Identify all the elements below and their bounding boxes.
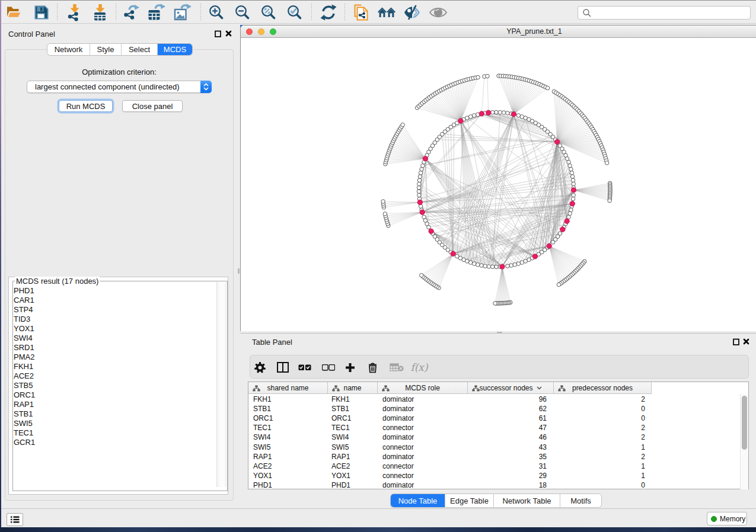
table-row[interactable]: STB1STB1dominator620 — [248, 404, 652, 414]
close-panel-icon[interactable] — [743, 338, 749, 345]
zoom-fit-icon — [260, 4, 277, 21]
vertical-splitter-handle[interactable] — [238, 268, 240, 274]
table-row[interactable]: TEC1TEC1connector472 — [248, 423, 652, 432]
table-row[interactable]: ACE2ACE2connector311 — [248, 462, 652, 471]
run-mcds-button[interactable]: Run MCDS — [59, 100, 113, 112]
delete-row-button[interactable] — [365, 355, 380, 379]
optimization-criterion-label: Optimization criterion: — [1, 68, 237, 76]
chevron-down-icon — [203, 87, 209, 91]
table-row[interactable]: RAP1RAP1dominator352 — [248, 452, 652, 462]
eye-slash-icon — [403, 5, 421, 20]
show-panel-button[interactable] — [429, 1, 448, 24]
mcds-result-item[interactable]: ORC1 — [14, 390, 213, 400]
mcds-result-item[interactable]: TEC1 — [14, 428, 213, 438]
wallpaper-bottom-edge — [0, 527, 756, 532]
add-row-button[interactable] — [343, 355, 358, 379]
mcds-result-item[interactable]: ACE2 — [14, 371, 213, 381]
import-table-button[interactable] — [91, 1, 110, 24]
close-panel-icon[interactable] — [225, 30, 232, 37]
refresh-button[interactable] — [319, 1, 338, 24]
refresh-icon — [320, 4, 337, 21]
memory-button[interactable]: Memory — [707, 512, 747, 525]
column-header[interactable]: MCDS role — [378, 382, 468, 394]
mcds-result-box: MCDS result (17 nodes) PHD1CAR1STP4TID3Y… — [8, 277, 228, 495]
table-row[interactable]: SWI4SWI4dominator462 — [248, 432, 652, 442]
mcds-result-item[interactable]: SWI5 — [14, 419, 213, 428]
mcds-result-item[interactable]: GCR1 — [14, 438, 213, 447]
deselect-all-rows-button[interactable] — [321, 355, 336, 379]
eye-icon — [429, 5, 448, 20]
search-input[interactable] — [578, 6, 751, 20]
clear-table-button[interactable] — [389, 355, 404, 379]
function-builder-button[interactable]: f(x) — [410, 355, 428, 379]
table-settings-button[interactable] — [253, 355, 267, 379]
float-panel-icon[interactable] — [733, 338, 739, 345]
network-graph — [241, 39, 756, 331]
network-canvas[interactable] — [241, 39, 756, 331]
control-panel-tabs: NetworkStyleSelectMCDS — [47, 44, 192, 55]
column-header[interactable]: shared name — [248, 382, 328, 394]
control-panel-tab[interactable]: MCDS — [158, 44, 192, 55]
table-scrollbar[interactable] — [740, 394, 748, 489]
export-network-button[interactable] — [122, 1, 141, 24]
table-panel-tab[interactable]: Edge Table — [445, 494, 494, 507]
table-scrollbar-thumb[interactable] — [742, 396, 747, 450]
zoom-fit-button[interactable] — [259, 1, 278, 24]
attribute-icon — [253, 385, 260, 392]
clone-network-button[interactable] — [352, 1, 371, 24]
control-panel-tab[interactable]: Network — [47, 44, 90, 55]
save-icon — [33, 4, 50, 21]
mcds-result-item[interactable]: SWI4 — [14, 334, 213, 343]
zoom-in-button[interactable] — [207, 1, 226, 24]
zoom-out-button[interactable] — [233, 1, 252, 24]
table-panel-tab[interactable]: Motifs — [560, 494, 601, 507]
save-session-button[interactable] — [32, 1, 51, 24]
control-panel-title: Control Panel — [8, 30, 55, 39]
close-panel-button[interactable]: Close panel — [122, 100, 183, 112]
table-row[interactable]: YOX1YOX1connector291 — [248, 471, 652, 480]
hide-panel-button[interactable] — [403, 1, 422, 24]
table-panel-tab[interactable]: Network Table — [494, 494, 560, 507]
table-columns-button[interactable] — [275, 355, 290, 379]
export-table-button[interactable] — [147, 1, 166, 24]
attribute-icon — [558, 385, 566, 392]
mcds-result-item[interactable]: PHD1 — [14, 286, 213, 296]
import-network-button[interactable] — [65, 1, 84, 24]
select-all-rows-button[interactable] — [297, 355, 312, 379]
network-overview-button[interactable] — [377, 1, 396, 24]
mcds-result-item[interactable]: TID3 — [14, 315, 213, 324]
column-header[interactable]: name — [328, 382, 378, 394]
float-panel-icon[interactable] — [215, 30, 221, 37]
column-header[interactable]: successor nodes — [468, 382, 554, 394]
mcds-result-item[interactable]: YOX1 — [14, 324, 213, 334]
mcds-result-item[interactable]: SRD1 — [14, 343, 213, 352]
toolbar-separator — [116, 4, 116, 21]
fx-icon: f(x) — [410, 361, 428, 373]
mcds-result-item[interactable]: PMA2 — [14, 352, 213, 362]
mcds-result-item[interactable]: CAR1 — [14, 296, 213, 305]
open-session-button[interactable] — [5, 1, 24, 24]
zoom-selected-button[interactable] — [285, 1, 304, 24]
mcds-list-scrollbar[interactable] — [216, 282, 227, 487]
network-window-titlebar[interactable]: YPA_prune.txt_1 — [241, 25, 756, 38]
table-row[interactable]: SWI5SWI5connector431 — [248, 443, 652, 452]
control-panel-tab[interactable]: Style — [90, 44, 122, 55]
horizontal-splitter-handle[interactable] — [497, 332, 502, 334]
mcds-result-item[interactable]: FKH1 — [14, 362, 213, 371]
control-panel-tab[interactable]: Select — [122, 44, 158, 55]
mcds-result-item[interactable]: STB1 — [14, 409, 213, 419]
export-image-button[interactable] — [173, 1, 192, 24]
column-header[interactable]: predecessor nodes — [554, 382, 652, 394]
mcds-result-list[interactable]: PHD1CAR1STP4TID3YOX1SWI4SRD1PMA2FKH1ACE2… — [14, 286, 213, 490]
mcds-result-item[interactable]: STB5 — [14, 381, 213, 390]
toolbar-separator — [311, 4, 312, 21]
mcds-result-item[interactable]: STP4 — [14, 305, 213, 315]
table-row[interactable]: PHD1PHD1dominator180 — [248, 480, 652, 490]
optimization-criterion-dropdown[interactable]: largest connected component (undirected) — [27, 81, 212, 93]
attribute-icon — [382, 385, 390, 392]
table-panel-tab[interactable]: Node Table — [391, 494, 445, 507]
mcds-result-item[interactable]: RAP1 — [14, 400, 213, 409]
table-row[interactable]: FKH1FKH1dominator962 — [248, 395, 652, 404]
table-row[interactable]: ORC1ORC1dominator610 — [248, 414, 652, 423]
task-history-button[interactable] — [7, 513, 23, 526]
